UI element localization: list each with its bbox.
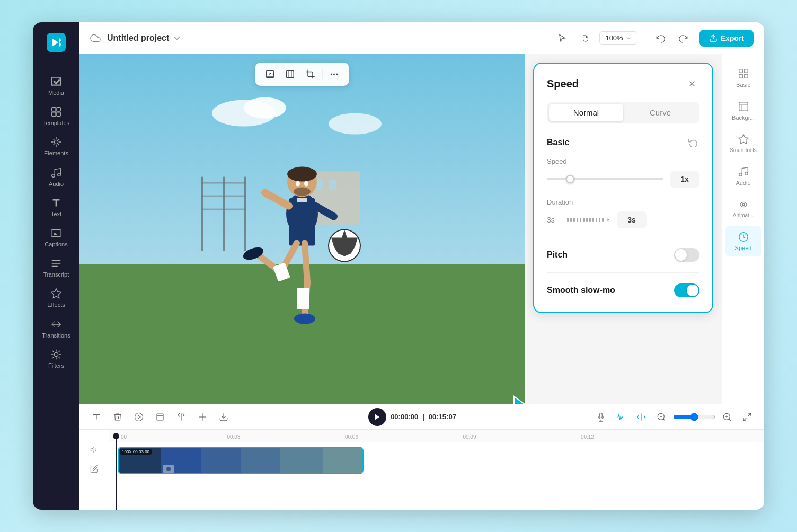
sidebar-item-effects[interactable]: Effects xyxy=(37,283,75,313)
panel-close-button[interactable] xyxy=(685,76,699,91)
sidebar-item-text-label: Text xyxy=(51,211,61,218)
split-clip-button[interactable] xyxy=(633,409,650,425)
cut-tool-button[interactable] xyxy=(152,409,169,425)
zoom-selector[interactable]: 100% xyxy=(599,31,637,45)
right-panel-background[interactable]: Backgr... xyxy=(725,95,761,126)
right-panel-speed[interactable]: Speed xyxy=(725,226,761,256)
video-clip-4[interactable] xyxy=(241,448,280,474)
hand-tool-button[interactable] xyxy=(576,29,595,48)
pitch-toggle-row: Pitch xyxy=(547,246,699,264)
right-panel-animation[interactable]: Animat... xyxy=(725,193,761,224)
panel-divider-1 xyxy=(547,237,699,237)
reset-button[interactable] xyxy=(687,136,699,149)
smooth-slowmo-label: Smooth slow-mo xyxy=(547,286,615,295)
export-button[interactable]: Export xyxy=(699,30,754,47)
video-clip-3[interactable] xyxy=(201,448,241,474)
sidebar-item-captions[interactable]: Captions xyxy=(37,223,75,252)
svg-line-75 xyxy=(663,419,665,420)
microphone-button[interactable] xyxy=(592,409,609,425)
sidebar-item-audio-label: Audio xyxy=(49,181,64,188)
current-time: 00:00:00 xyxy=(391,413,418,421)
play-button[interactable] xyxy=(368,408,386,426)
smooth-slowmo-toggle[interactable] xyxy=(674,283,699,297)
preview-toolbar xyxy=(255,63,349,86)
add-media-button[interactable] xyxy=(262,66,279,83)
export-icon xyxy=(709,34,718,42)
play-icon xyxy=(374,413,381,421)
svg-marker-71 xyxy=(375,414,379,420)
svg-point-43 xyxy=(294,314,315,324)
duration-slider[interactable] xyxy=(567,217,612,223)
speed-slider-track[interactable] xyxy=(547,178,663,180)
sidebar-item-media[interactable]: Media xyxy=(37,72,75,101)
svg-point-6 xyxy=(54,140,58,144)
duration-field-label: Duration xyxy=(547,198,699,206)
more-options-button[interactable] xyxy=(326,66,343,83)
svg-rect-17 xyxy=(244,177,246,251)
more-tool-button[interactable] xyxy=(194,409,211,425)
right-panel-animation-label: Animat... xyxy=(733,212,754,218)
undo-icon xyxy=(656,33,665,43)
panel-header: Speed xyxy=(547,76,699,91)
svg-line-82 xyxy=(743,418,746,420)
sidebar-item-text[interactable]: Text xyxy=(37,193,75,222)
basic-icon xyxy=(738,68,749,79)
speed-slider-row: 1x xyxy=(547,171,699,188)
timeline-area: 00:00:00 | 00:15:07 xyxy=(79,404,764,510)
sidebar-item-media-label: Media xyxy=(48,90,64,96)
undo-button[interactable] xyxy=(651,29,670,48)
svg-rect-16 xyxy=(223,177,225,251)
delete-tool-button[interactable] xyxy=(109,409,126,425)
video-clip-6[interactable] xyxy=(323,448,362,474)
project-name-button[interactable]: Untitled project xyxy=(107,33,182,43)
video-clip-1[interactable]: 100X 00:03:00 xyxy=(119,448,161,474)
speed-slider-thumb[interactable] xyxy=(566,175,574,183)
right-panel-smart-tools[interactable]: Smart tools xyxy=(725,128,761,158)
sidebar-item-templates[interactable]: Templates xyxy=(37,102,75,131)
soccer-player-illustration xyxy=(191,82,413,336)
svg-rect-9 xyxy=(51,230,61,237)
zoom-out-button[interactable] xyxy=(653,409,670,425)
sidebar-item-captions-label: Captions xyxy=(45,241,67,248)
video-clip-2[interactable] xyxy=(161,448,201,474)
right-panel-audio[interactable]: Audio xyxy=(725,161,761,191)
sidebar-item-elements-label: Elements xyxy=(44,150,68,157)
right-panel-basic[interactable]: Basic xyxy=(725,63,761,93)
zoom-slider[interactable] xyxy=(673,413,715,421)
audio-track-button[interactable] xyxy=(613,409,630,425)
sidebar-item-elements[interactable]: Elements xyxy=(37,132,75,161)
split-tool-button[interactable] xyxy=(173,409,190,425)
smart-tools-icon xyxy=(738,134,749,145)
play-tool-button[interactable] xyxy=(130,409,147,425)
svg-point-28 xyxy=(296,181,300,187)
download-button[interactable] xyxy=(215,409,232,425)
tab-curve-button[interactable]: Curve xyxy=(623,104,697,121)
download-icon xyxy=(219,412,228,422)
text-tool-button[interactable] xyxy=(88,409,105,425)
fullscreen-button[interactable] xyxy=(739,409,756,425)
sidebar-item-filters[interactable]: Filters xyxy=(37,344,75,374)
trim-icon xyxy=(198,412,207,422)
app-logo xyxy=(45,31,68,54)
sidebar-item-audio[interactable]: Audio xyxy=(37,163,75,192)
video-clip-5[interactable] xyxy=(280,448,323,474)
zoom-in-button[interactable] xyxy=(719,409,736,425)
sidebar-item-transcript[interactable]: Transcript xyxy=(37,253,75,282)
redo-button[interactable] xyxy=(674,29,693,48)
tab-normal-button[interactable]: Normal xyxy=(549,104,623,121)
right-panel-audio-label: Audio xyxy=(736,180,750,186)
svg-rect-24 xyxy=(329,180,336,190)
edit-icon xyxy=(90,465,99,473)
pitch-toggle[interactable] xyxy=(674,248,699,262)
crop-button[interactable] xyxy=(302,66,319,83)
sidebar-item-effects-label: Effects xyxy=(47,302,65,308)
delete-icon xyxy=(113,412,122,422)
edit-button[interactable] xyxy=(87,462,102,476)
volume-button[interactable] xyxy=(87,442,102,457)
sidebar-item-transitions[interactable]: Transitions xyxy=(37,314,75,343)
pointer-tool-button[interactable] xyxy=(553,29,572,48)
svg-point-48 xyxy=(331,74,332,75)
svg-rect-3 xyxy=(57,108,60,111)
timeline-playhead[interactable] xyxy=(116,430,117,510)
fit-frame-button[interactable] xyxy=(282,66,299,83)
